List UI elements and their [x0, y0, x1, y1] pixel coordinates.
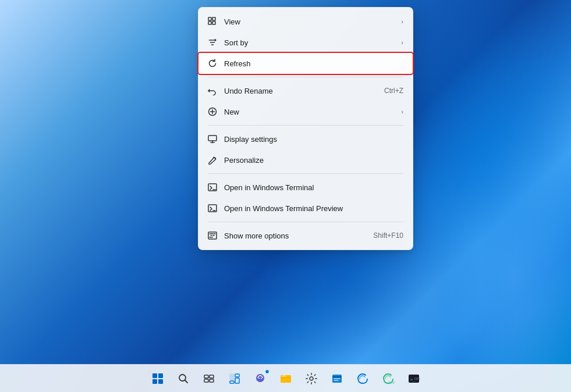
open-terminal-preview-label: Open in Windows Terminal Preview — [224, 204, 403, 213]
sort-icon — [208, 38, 217, 47]
search-icon — [178, 373, 189, 384]
menu-item-undo-rename[interactable]: Undo Rename Ctrl+Z — [198, 80, 413, 101]
svg-rect-3 — [212, 22, 215, 24]
svg-line-16 — [185, 380, 187, 383]
svg-rect-7 — [208, 136, 217, 141]
dev-icon: >_ DEV — [407, 372, 420, 385]
svg-point-27 — [261, 377, 262, 379]
settings-button[interactable] — [300, 367, 323, 390]
svg-rect-20 — [210, 379, 214, 382]
chat-icon — [254, 372, 267, 385]
windows-logo — [152, 373, 163, 384]
svg-text:ETA: ETA — [389, 381, 395, 384]
more-icon — [208, 231, 217, 240]
refresh-label: Refresh — [224, 59, 403, 68]
task-view-icon — [203, 373, 215, 384]
open-terminal-label: Open in Windows Terminal — [224, 183, 403, 192]
file-explorer-icon — [279, 372, 292, 385]
divider-1 — [208, 77, 403, 77]
search-button[interactable] — [172, 367, 195, 390]
svg-rect-1 — [212, 17, 215, 20]
svg-rect-2 — [208, 22, 211, 24]
files-taskbar-button[interactable] — [325, 367, 349, 390]
settings-icon — [305, 372, 318, 385]
edge-preview-icon: ETA — [382, 372, 395, 385]
dev-button[interactable]: >_ DEV — [402, 367, 425, 390]
widgets-button[interactable] — [223, 367, 246, 390]
svg-point-26 — [258, 377, 260, 379]
taskbar-center: ETA >_ DEV — [146, 367, 425, 390]
display-icon — [208, 134, 217, 144]
sort-by-label: Sort by — [224, 38, 394, 47]
svg-point-25 — [256, 374, 264, 382]
chat-badge — [265, 369, 269, 374]
svg-rect-17 — [204, 375, 208, 378]
svg-rect-23 — [230, 381, 234, 383]
menu-item-open-terminal[interactable]: Open in Windows Terminal — [198, 177, 413, 198]
refresh-icon — [208, 59, 217, 68]
display-settings-label: Display settings — [224, 135, 403, 144]
new-label: New — [224, 108, 394, 116]
menu-item-view[interactable]: View › — [198, 11, 413, 32]
edge-preview-button[interactable]: ETA — [377, 367, 400, 390]
svg-rect-24 — [235, 378, 239, 383]
menu-item-open-terminal-preview[interactable]: Open in Windows Terminal Preview — [198, 198, 413, 219]
edge-icon — [356, 372, 369, 385]
new-icon — [208, 107, 217, 116]
svg-rect-0 — [208, 17, 211, 20]
svg-rect-22 — [235, 374, 239, 377]
menu-item-display-settings[interactable]: Display settings — [198, 129, 413, 149]
terminal-icon — [208, 183, 217, 192]
svg-text:DEV: DEV — [414, 377, 420, 380]
svg-rect-21 — [230, 374, 234, 380]
show-more-shortcut: Shift+F10 — [373, 231, 403, 240]
edge-button[interactable] — [351, 367, 374, 390]
new-arrow: › — [401, 108, 403, 115]
file-explorer-button[interactable] — [274, 367, 297, 390]
divider-2 — [208, 125, 403, 126]
widgets-icon — [229, 373, 240, 384]
menu-item-sort-by[interactable]: Sort by › — [198, 32, 413, 53]
svg-rect-31 — [332, 376, 342, 377]
divider-4 — [208, 222, 403, 222]
menu-item-refresh[interactable]: Refresh — [198, 53, 413, 74]
terminal-preview-icon — [208, 204, 217, 213]
menu-item-show-more[interactable]: Show more options Shift+F10 — [198, 225, 413, 246]
svg-rect-19 — [204, 379, 208, 382]
personalize-label: Personalize — [224, 156, 403, 165]
personalize-icon — [208, 155, 217, 165]
show-more-label: Show more options — [224, 231, 366, 240]
undo-rename-label: Undo Rename — [224, 87, 377, 95]
task-view-button[interactable] — [197, 367, 221, 390]
svg-rect-14 — [208, 232, 217, 239]
taskbar: ETA >_ DEV — [0, 364, 571, 392]
desktop: View › Sort by › Refresh — [0, 0, 571, 392]
chat-button[interactable] — [249, 367, 272, 390]
sort-by-arrow: › — [401, 39, 403, 46]
grid-icon — [208, 17, 217, 26]
start-button[interactable] — [146, 367, 169, 390]
svg-point-29 — [310, 377, 313, 380]
undo-icon — [208, 86, 217, 95]
undo-rename-shortcut: Ctrl+Z — [384, 87, 403, 95]
view-label: View — [224, 17, 394, 26]
svg-rect-18 — [210, 375, 214, 378]
menu-item-personalize[interactable]: Personalize — [198, 149, 413, 170]
view-arrow: › — [401, 18, 403, 25]
divider-3 — [208, 173, 403, 174]
context-menu: View › Sort by › Refresh — [198, 7, 413, 250]
files-icon — [331, 372, 343, 385]
menu-item-new[interactable]: New › — [198, 101, 413, 122]
